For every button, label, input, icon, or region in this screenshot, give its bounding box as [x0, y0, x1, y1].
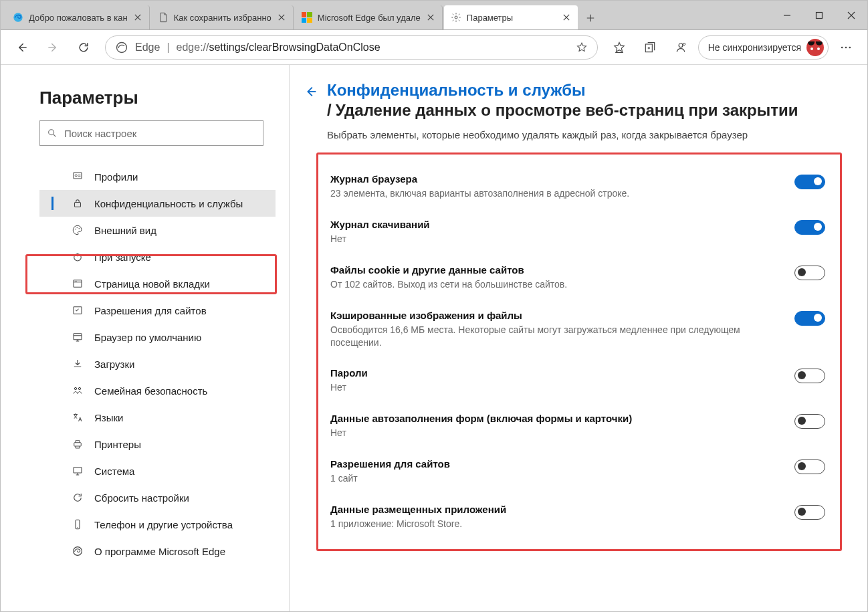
- tab-title: Параметры: [467, 13, 556, 23]
- browser-icon: [72, 331, 84, 343]
- address-product: Edge: [135, 41, 160, 54]
- favorite-star-icon[interactable]: [576, 41, 588, 54]
- palette-icon: [72, 224, 84, 236]
- sidebar-item-default-browser[interactable]: Браузер по умолчанию: [39, 324, 276, 350]
- setting-subtitle: От 102 сайтов. Выход из сети на большинс…: [330, 278, 567, 291]
- more-button[interactable]: [833, 34, 859, 61]
- address-url: edge://settings/clearBrowsingDataOnClose: [177, 41, 381, 54]
- close-icon[interactable]: [277, 13, 286, 22]
- tab-title: Добро пожаловать в кан: [29, 13, 128, 23]
- setting-row: Кэшированные изображения и файлыОсвободи…: [328, 300, 828, 359]
- toggle-switch[interactable]: [794, 175, 825, 189]
- content: Параметры Поиск настроек Профили Конфиде…: [1, 65, 867, 612]
- sidebar-item-downloads[interactable]: Загрузки: [39, 350, 276, 377]
- power-icon: [72, 251, 84, 263]
- window-minimize-button[interactable]: [771, 1, 803, 30]
- setting-title: Данные автозаполнения форм (включая форм…: [330, 413, 632, 424]
- window-close-button[interactable]: [835, 1, 867, 30]
- svg-point-16: [79, 228, 80, 229]
- tab-title: Как сохранить избранно: [174, 13, 272, 23]
- main: Конфиденциальность и службы /Удаление да…: [290, 65, 867, 612]
- sidebar-item-printers[interactable]: Принтеры: [39, 431, 276, 457]
- svg-rect-25: [74, 443, 82, 446]
- address-bar[interactable]: Edge | edge://settings/clearBrowsingData…: [105, 35, 598, 60]
- svg-point-23: [74, 387, 76, 389]
- setting-row: Данные размещенных приложений1 приложени…: [328, 494, 828, 540]
- printer-icon: [72, 438, 84, 450]
- search-icon: [47, 128, 58, 138]
- page-icon: [158, 12, 169, 23]
- toggle-switch[interactable]: [794, 460, 825, 474]
- permissions-icon: [72, 304, 84, 316]
- new-tab-button[interactable]: [579, 7, 602, 29]
- tab-0[interactable]: Добро пожаловать в кан: [6, 5, 150, 29]
- breadcrumb-parent[interactable]: Конфиденциальность и службы: [327, 81, 586, 100]
- settings-list-highlight: Журнал браузера23 элемента, включая вари…: [316, 152, 842, 551]
- page-title: Параметры: [39, 88, 276, 108]
- sidebar-item-languages[interactable]: Языки: [39, 404, 276, 431]
- setting-title: Разрешения для сайтов: [330, 458, 450, 470]
- sidebar-item-profiles[interactable]: Профили: [39, 163, 276, 190]
- sidebar-item-phone[interactable]: Телефон и другие устройства: [39, 511, 276, 538]
- toggle-switch[interactable]: [794, 311, 825, 326]
- setting-row: Разрешения для сайтов1 сайт: [328, 449, 828, 494]
- toggle-switch[interactable]: [794, 505, 825, 520]
- tab-title: Microsoft Edge был удале: [318, 13, 421, 23]
- toggle-switch[interactable]: [794, 369, 825, 383]
- sidebar-item-newtab[interactable]: Страница новой вкладки: [39, 270, 276, 297]
- svg-point-28: [77, 527, 78, 528]
- settings-search-input[interactable]: Поиск настроек: [39, 120, 263, 146]
- close-icon[interactable]: [562, 13, 571, 22]
- download-icon: [72, 358, 84, 370]
- window-maximize-button[interactable]: [803, 1, 835, 30]
- svg-point-6: [683, 43, 685, 45]
- system-icon: [72, 465, 84, 477]
- setting-subtitle: 1 приложение: Microsoft Store.: [330, 518, 506, 530]
- setting-subtitle: Освободится 16,6 МБ места. Некоторые сай…: [330, 324, 745, 349]
- sidebar-item-reset[interactable]: Сбросить настройки: [39, 484, 276, 511]
- toggle-switch[interactable]: [794, 266, 825, 280]
- svg-point-24: [78, 387, 80, 389]
- family-icon: [72, 385, 84, 397]
- setting-subtitle: Нет: [330, 427, 632, 439]
- svg-point-7: [841, 46, 843, 48]
- toggle-switch[interactable]: [794, 414, 825, 429]
- setting-row: Файлы cookie и другие данные сайтовОт 10…: [328, 255, 828, 300]
- reset-icon: [72, 492, 84, 504]
- nav-forward-button[interactable]: [39, 34, 66, 61]
- setting-row: ПаролиНет: [328, 358, 828, 403]
- tab-1[interactable]: Как сохранить избранно: [151, 5, 294, 29]
- sync-status-chip[interactable]: Не синхронизируется: [698, 35, 829, 60]
- setting-title: Кэшированные изображения и файлы: [330, 310, 745, 321]
- sidebar-item-privacy[interactable]: Конфиденциальность и службы: [39, 190, 276, 217]
- window-controls: [771, 1, 867, 29]
- setting-title: Файлы cookie и другие данные сайтов: [330, 264, 567, 276]
- sidebar-item-family[interactable]: Семейная безопасность: [39, 377, 276, 404]
- svg-rect-13: [75, 203, 81, 207]
- close-icon[interactable]: [133, 13, 142, 22]
- breadcrumb-back-button[interactable]: [303, 84, 319, 100]
- sidebar-item-startup[interactable]: При запуске: [39, 243, 276, 270]
- sidebar-item-site-permissions[interactable]: Разрешения для сайтов: [39, 297, 276, 324]
- svg-point-15: [77, 227, 78, 229]
- sidebar-item-system[interactable]: Система: [39, 457, 276, 484]
- close-icon[interactable]: [426, 13, 435, 22]
- address-separator: |: [167, 41, 169, 54]
- nav-refresh-button[interactable]: [70, 34, 97, 61]
- setting-row: Журнал браузера23 элемента, включая вари…: [328, 164, 828, 209]
- tab-2[interactable]: Microsoft Edge был удале: [295, 5, 443, 29]
- sidebar-item-about[interactable]: О программе Microsoft Edge: [39, 538, 276, 565]
- svg-point-5: [679, 43, 683, 47]
- svg-rect-22: [74, 334, 82, 340]
- tabs: Добро пожаловать в кан Как сохранить изб…: [1, 1, 771, 29]
- nav-back-button[interactable]: [9, 34, 35, 61]
- tab-settings[interactable]: Параметры: [444, 5, 578, 29]
- favorites-button[interactable]: [606, 34, 633, 61]
- profile-button[interactable]: [667, 34, 694, 61]
- collections-button[interactable]: [637, 34, 663, 61]
- sidebar-item-appearance[interactable]: Внешний вид: [39, 217, 276, 243]
- svg-point-10: [49, 130, 54, 135]
- toggle-switch[interactable]: [794, 220, 825, 235]
- setting-subtitle: Нет: [330, 233, 430, 245]
- toolbar: Edge | edge://settings/clearBrowsingData…: [1, 30, 867, 65]
